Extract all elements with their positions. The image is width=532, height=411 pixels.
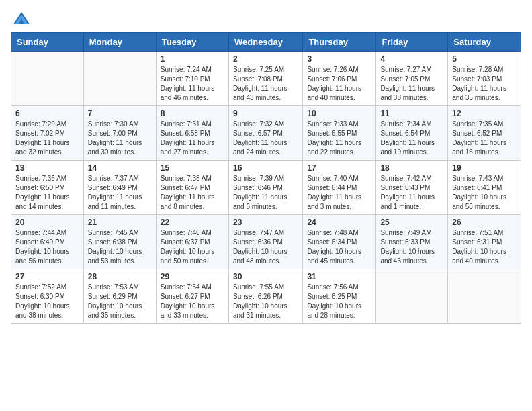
- day-number: 1: [161, 54, 224, 64]
- day-info: Sunrise: 7:25 AM Sunset: 7:08 PM Dayligh…: [233, 65, 298, 103]
- calendar-page: SundayMondayTuesdayWednesdayThursdayFrid…: [0, 0, 532, 411]
- table-row: 15Sunrise: 7:38 AM Sunset: 6:47 PM Dayli…: [156, 161, 228, 215]
- header-row: SundayMondayTuesdayWednesdayThursdayFrid…: [11, 33, 521, 52]
- day-info: Sunrise: 7:30 AM Sunset: 7:00 PM Dayligh…: [88, 120, 152, 157]
- day-info: Sunrise: 7:32 AM Sunset: 6:57 PM Dayligh…: [233, 120, 298, 157]
- day-info: Sunrise: 7:44 AM Sunset: 6:40 PM Dayligh…: [15, 228, 79, 266]
- day-number: 19: [452, 163, 517, 173]
- day-info: Sunrise: 7:33 AM Sunset: 6:55 PM Dayligh…: [307, 120, 371, 157]
- day-info: Sunrise: 7:51 AM Sunset: 6:31 PM Dayligh…: [452, 228, 517, 266]
- table-row: 11Sunrise: 7:34 AM Sunset: 6:54 PM Dayli…: [376, 106, 448, 161]
- day-info: Sunrise: 7:49 AM Sunset: 6:33 PM Dayligh…: [380, 228, 443, 266]
- day-number: 30: [233, 272, 298, 281]
- table-row: [376, 269, 448, 324]
- header: [11, 7, 521, 28]
- table-row: 25Sunrise: 7:49 AM Sunset: 6:33 PM Dayli…: [376, 215, 448, 269]
- day-info: Sunrise: 7:26 AM Sunset: 7:06 PM Dayligh…: [307, 65, 371, 103]
- day-number: 20: [15, 218, 79, 227]
- table-row: 13Sunrise: 7:36 AM Sunset: 6:50 PM Dayli…: [11, 161, 84, 215]
- day-number: 28: [88, 272, 152, 281]
- header-day-saturday: Saturday: [448, 33, 521, 52]
- table-row: 16Sunrise: 7:39 AM Sunset: 6:46 PM Dayli…: [228, 161, 302, 215]
- day-number: 9: [233, 109, 298, 118]
- week-row-1: 1Sunrise: 7:24 AM Sunset: 7:10 PM Daylig…: [11, 52, 521, 106]
- day-number: 18: [380, 163, 443, 173]
- table-row: 17Sunrise: 7:40 AM Sunset: 6:44 PM Dayli…: [303, 161, 376, 215]
- table-row: [448, 269, 521, 324]
- day-number: 25: [380, 218, 443, 227]
- day-info: Sunrise: 7:29 AM Sunset: 7:02 PM Dayligh…: [15, 120, 79, 157]
- day-info: Sunrise: 7:40 AM Sunset: 6:44 PM Dayligh…: [307, 174, 371, 212]
- table-row: 1Sunrise: 7:24 AM Sunset: 7:10 PM Daylig…: [156, 52, 228, 106]
- day-info: Sunrise: 7:36 AM Sunset: 6:50 PM Dayligh…: [15, 174, 79, 212]
- table-row: 31Sunrise: 7:56 AM Sunset: 6:25 PM Dayli…: [303, 269, 376, 324]
- week-row-5: 27Sunrise: 7:52 AM Sunset: 6:30 PM Dayli…: [11, 269, 521, 324]
- table-row: 30Sunrise: 7:55 AM Sunset: 6:26 PM Dayli…: [228, 269, 302, 324]
- day-number: 10: [307, 109, 371, 118]
- table-row: 2Sunrise: 7:25 AM Sunset: 7:08 PM Daylig…: [228, 52, 302, 106]
- calendar-table: SundayMondayTuesdayWednesdayThursdayFrid…: [11, 32, 521, 324]
- day-info: Sunrise: 7:39 AM Sunset: 6:46 PM Dayligh…: [233, 174, 298, 212]
- header-day-wednesday: Wednesday: [228, 33, 302, 52]
- day-info: Sunrise: 7:47 AM Sunset: 6:36 PM Dayligh…: [233, 228, 298, 266]
- day-number: 24: [307, 218, 371, 227]
- day-info: Sunrise: 7:24 AM Sunset: 7:10 PM Dayligh…: [161, 65, 224, 103]
- day-info: Sunrise: 7:52 AM Sunset: 6:30 PM Dayligh…: [15, 283, 79, 320]
- table-row: 12Sunrise: 7:35 AM Sunset: 6:52 PM Dayli…: [448, 106, 521, 161]
- week-row-4: 20Sunrise: 7:44 AM Sunset: 6:40 PM Dayli…: [11, 215, 521, 269]
- day-info: Sunrise: 7:45 AM Sunset: 6:38 PM Dayligh…: [88, 228, 152, 266]
- table-row: 6Sunrise: 7:29 AM Sunset: 7:02 PM Daylig…: [11, 106, 84, 161]
- day-number: 15: [161, 163, 224, 173]
- day-number: 21: [88, 218, 152, 227]
- table-row: 29Sunrise: 7:54 AM Sunset: 6:27 PM Dayli…: [156, 269, 228, 324]
- week-row-2: 6Sunrise: 7:29 AM Sunset: 7:02 PM Daylig…: [11, 106, 521, 161]
- day-number: 31: [307, 272, 371, 281]
- table-row: 3Sunrise: 7:26 AM Sunset: 7:06 PM Daylig…: [303, 52, 376, 106]
- day-info: Sunrise: 7:48 AM Sunset: 6:34 PM Dayligh…: [307, 228, 371, 266]
- table-row: 14Sunrise: 7:37 AM Sunset: 6:49 PM Dayli…: [83, 161, 156, 215]
- table-row: 18Sunrise: 7:42 AM Sunset: 6:43 PM Dayli…: [376, 161, 448, 215]
- table-row: 5Sunrise: 7:28 AM Sunset: 7:03 PM Daylig…: [448, 52, 521, 106]
- day-info: Sunrise: 7:53 AM Sunset: 6:29 PM Dayligh…: [88, 283, 152, 320]
- table-row: 21Sunrise: 7:45 AM Sunset: 6:38 PM Dayli…: [83, 215, 156, 269]
- table-row: 27Sunrise: 7:52 AM Sunset: 6:30 PM Dayli…: [11, 269, 84, 324]
- day-info: Sunrise: 7:28 AM Sunset: 7:03 PM Dayligh…: [452, 65, 517, 103]
- header-day-sunday: Sunday: [11, 33, 84, 52]
- day-info: Sunrise: 7:56 AM Sunset: 6:25 PM Dayligh…: [307, 283, 371, 320]
- day-number: 3: [307, 54, 371, 64]
- week-row-3: 13Sunrise: 7:36 AM Sunset: 6:50 PM Dayli…: [11, 161, 521, 215]
- table-row: 20Sunrise: 7:44 AM Sunset: 6:40 PM Dayli…: [11, 215, 84, 269]
- logo: [11, 9, 31, 28]
- table-row: 28Sunrise: 7:53 AM Sunset: 6:29 PM Dayli…: [83, 269, 156, 324]
- table-row: 19Sunrise: 7:43 AM Sunset: 6:41 PM Dayli…: [448, 161, 521, 215]
- day-info: Sunrise: 7:38 AM Sunset: 6:47 PM Dayligh…: [161, 174, 224, 212]
- header-day-friday: Friday: [376, 33, 448, 52]
- header-day-thursday: Thursday: [303, 33, 376, 52]
- day-number: 14: [88, 163, 152, 173]
- table-row: 9Sunrise: 7:32 AM Sunset: 6:57 PM Daylig…: [228, 106, 302, 161]
- day-info: Sunrise: 7:54 AM Sunset: 6:27 PM Dayligh…: [161, 283, 224, 320]
- day-number: 11: [380, 109, 443, 118]
- day-info: Sunrise: 7:27 AM Sunset: 7:05 PM Dayligh…: [380, 65, 443, 103]
- day-number: 7: [88, 109, 152, 118]
- day-number: 6: [15, 109, 79, 118]
- day-info: Sunrise: 7:37 AM Sunset: 6:49 PM Dayligh…: [88, 174, 152, 212]
- day-number: 17: [307, 163, 371, 173]
- table-row: 10Sunrise: 7:33 AM Sunset: 6:55 PM Dayli…: [303, 106, 376, 161]
- day-info: Sunrise: 7:31 AM Sunset: 6:58 PM Dayligh…: [161, 120, 224, 157]
- table-row: [11, 52, 84, 106]
- day-number: 29: [161, 272, 224, 281]
- day-info: Sunrise: 7:34 AM Sunset: 6:54 PM Dayligh…: [380, 120, 443, 157]
- day-number: 8: [161, 109, 224, 118]
- day-number: 16: [233, 163, 298, 173]
- header-day-monday: Monday: [83, 33, 156, 52]
- table-row: 8Sunrise: 7:31 AM Sunset: 6:58 PM Daylig…: [156, 106, 228, 161]
- day-number: 2: [233, 54, 298, 64]
- day-number: 23: [233, 218, 298, 227]
- table-row: 24Sunrise: 7:48 AM Sunset: 6:34 PM Dayli…: [303, 215, 376, 269]
- day-info: Sunrise: 7:46 AM Sunset: 6:37 PM Dayligh…: [161, 228, 224, 266]
- day-number: 22: [161, 218, 224, 227]
- table-row: 4Sunrise: 7:27 AM Sunset: 7:05 PM Daylig…: [376, 52, 448, 106]
- table-row: [83, 52, 156, 106]
- day-number: 4: [380, 54, 443, 64]
